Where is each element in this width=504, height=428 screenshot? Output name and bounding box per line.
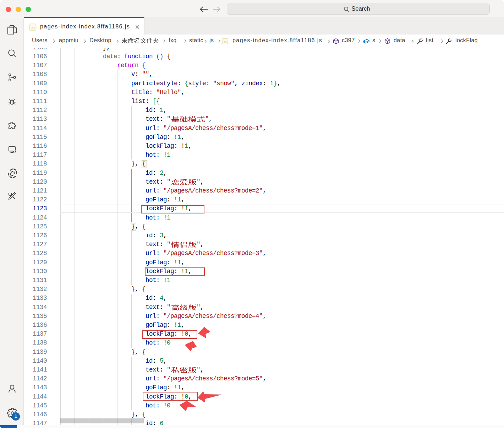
svg-text:JS: JS xyxy=(31,26,35,30)
svg-text:JS: JS xyxy=(224,40,227,44)
